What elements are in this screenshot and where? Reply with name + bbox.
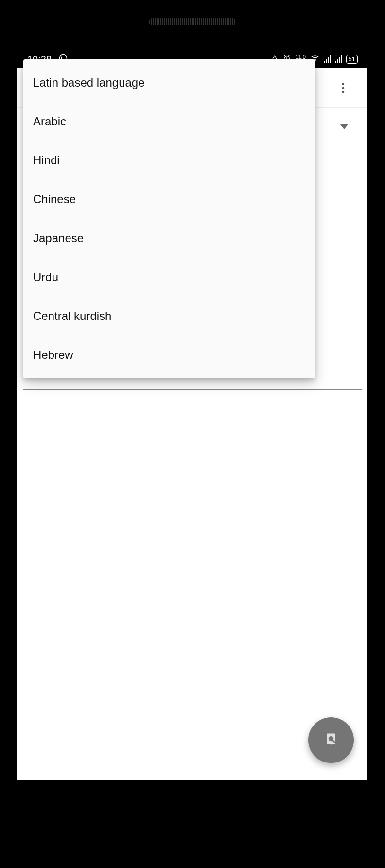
content-divider <box>23 389 362 390</box>
battery-indicator: 51 <box>346 55 358 64</box>
dropdown-item-arabic[interactable]: Arabic <box>23 102 315 141</box>
device-frame: 19:38 11.0 KB/S <box>0 0 385 868</box>
chevron-down-icon <box>340 124 348 129</box>
dropdown-item-label: Central kurdish <box>33 309 111 323</box>
language-dropdown: Latin based language Arabic Hindi Chines… <box>23 59 315 378</box>
dropdown-item-chinese[interactable]: Chinese <box>23 180 315 219</box>
dropdown-item-label: Hebrew <box>33 348 73 362</box>
dropdown-item-japanese[interactable]: Japanese <box>23 219 315 258</box>
dropdown-item-latin[interactable]: Latin based language <box>23 63 315 102</box>
dropdown-item-label: Latin based language <box>33 76 145 89</box>
dropdown-item-label: Urdu <box>33 270 58 284</box>
dropdown-item-label: Japanese <box>33 231 84 245</box>
dropdown-item-label: Hindi <box>33 154 60 167</box>
dropdown-item-urdu[interactable]: Urdu <box>23 258 315 297</box>
dropdown-item-label: Arabic <box>33 115 66 128</box>
nav-bar <box>18 785 368 815</box>
signal-icon-2 <box>335 55 342 63</box>
dropdown-item-central-kurdish[interactable]: Central kurdish <box>23 297 315 336</box>
svg-point-10 <box>342 90 345 93</box>
signal-icon-1 <box>324 55 331 63</box>
dropdown-item-hebrew[interactable]: Hebrew <box>23 336 315 374</box>
more-button[interactable] <box>326 71 361 106</box>
speaker-grille <box>149 18 236 25</box>
dropdown-item-label: Chinese <box>33 193 76 206</box>
svg-point-8 <box>342 83 345 85</box>
dropdown-item-hindi[interactable]: Hindi <box>23 141 315 180</box>
svg-point-9 <box>342 87 345 89</box>
scan-fab[interactable] <box>308 717 354 763</box>
